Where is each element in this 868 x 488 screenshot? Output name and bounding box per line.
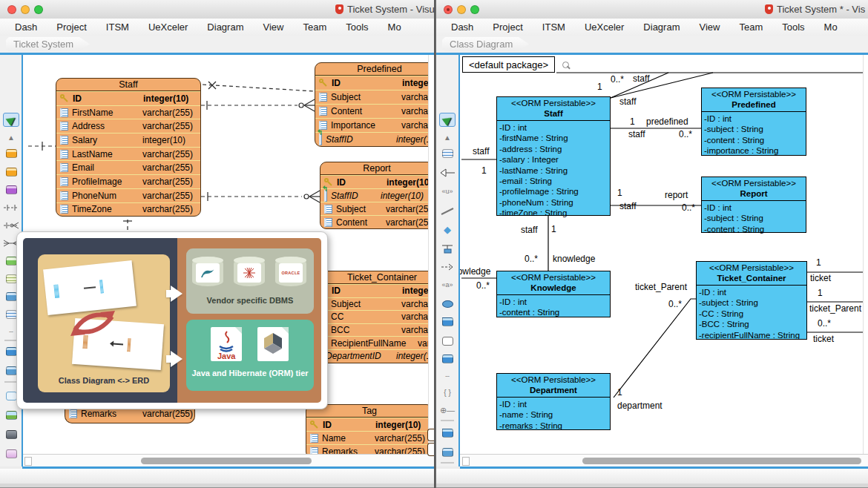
table-row[interactable]: ↰StaffIDinteger(10) — [315, 132, 428, 146]
table-row[interactable]: Namevarchar(255) — [306, 431, 428, 444]
menu-modeling[interactable]: Mo — [824, 22, 838, 33]
table-row[interactable]: RecipientFullNamevarchar(255) — [315, 336, 428, 349]
class-predefined[interactable]: <<ORM Persistable>> Predefined -ID : int… — [701, 88, 806, 156]
scrollbar-thumb[interactable] — [582, 458, 861, 464]
scrollbar-thumb[interactable] — [141, 458, 312, 464]
horizontal-scrollbar[interactable] — [460, 454, 868, 466]
minimize-button[interactable] — [21, 5, 30, 14]
menu-uexceler[interactable]: UeXceler — [148, 22, 188, 33]
breadcrumb[interactable]: Ticket System — [6, 37, 90, 51]
one-to-one-relationship-icon[interactable] — [3, 200, 19, 214]
package-icon[interactable] — [439, 314, 456, 329]
usage-icon[interactable]: «u» — [439, 185, 456, 199]
anchor-icon[interactable]: «a» — [439, 278, 456, 292]
menu-team[interactable]: Team — [739, 22, 763, 33]
image-icon[interactable] — [3, 408, 19, 422]
menu-view[interactable]: View — [699, 22, 720, 33]
menu-dash[interactable]: Dash — [451, 22, 473, 33]
class-department[interactable]: <<ORM Persistable>> Department -ID : int… — [496, 373, 611, 430]
breadcrumb[interactable]: Class Diagram — [442, 37, 529, 51]
menu-dash[interactable]: Dash — [15, 22, 37, 33]
table-row[interactable]: Salaryinteger(10) — [56, 133, 200, 147]
pointer-tool-icon[interactable] — [439, 113, 456, 127]
menu-modeling[interactable]: Mo — [388, 22, 401, 33]
erd-table-staff[interactable]: Staff IDinteger(10) FirstNamevarchar(255… — [56, 78, 201, 217]
titlebar[interactable]: Ticket System - Visu — [0, 0, 435, 19]
magnifier-icon[interactable] — [562, 62, 569, 68]
note-icon[interactable] — [439, 352, 456, 366]
view-icon[interactable] — [3, 182, 19, 197]
aggregation-icon[interactable]: ◆ — [439, 222, 456, 237]
class-icon[interactable] — [439, 146, 456, 160]
table-row[interactable]: IDinteger(10) — [306, 418, 428, 431]
horizontal-scrollbar[interactable] — [22, 454, 435, 466]
erd-table-predefined[interactable]: Predefined IDinteger(10) Subjectvarchar(… — [315, 62, 428, 147]
entity-icon[interactable] — [3, 146, 19, 160]
menu-diagram[interactable]: Diagram — [207, 22, 243, 33]
entity-view-icon[interactable] — [3, 165, 19, 179]
screenshot-icon[interactable] — [3, 427, 19, 441]
table-row[interactable]: BCCvarchar(255) — [315, 323, 428, 337]
table-row[interactable]: IDinteger(10) — [315, 76, 428, 90]
table-row[interactable]: IDinteger(10) — [320, 175, 428, 188]
class-knowledge[interactable]: <<ORM Persistable>> Knowledge -ID : int … — [496, 271, 611, 317]
component-icon[interactable] — [439, 334, 456, 348]
menu-tools[interactable]: Tools — [346, 22, 368, 33]
menu-itsm[interactable]: ITSM — [542, 22, 565, 33]
table-row[interactable]: Subjectvarchar(255) — [315, 90, 428, 104]
table-row[interactable]: FirstNamevarchar(255) — [56, 105, 200, 119]
table-row[interactable]: Subjectvarchar(255) — [320, 202, 428, 215]
table-row[interactable]: Importancevarchar(255) — [315, 118, 428, 132]
default-package-tab[interactable]: <default package> — [462, 56, 555, 73]
model-icon[interactable] — [439, 426, 456, 440]
menu-uexceler[interactable]: UeXceler — [585, 22, 624, 33]
dashed-line-icon[interactable]: ┄ — [439, 369, 456, 383]
association-icon[interactable] — [439, 204, 456, 218]
generalization-icon[interactable] — [439, 165, 456, 179]
pointer-tool-icon[interactable] — [3, 113, 19, 127]
class-report[interactable]: <<ORM Persistable>> Report -ID : int -su… — [701, 177, 806, 233]
constraint-brace-icon[interactable]: { } — [439, 386, 456, 400]
titlebar[interactable]: Ticket System * - Vis — [436, 0, 868, 19]
collaboration-icon[interactable] — [439, 297, 456, 311]
containment-icon[interactable] — [439, 241, 456, 255]
table-row[interactable]: PhoneNumvarchar(255) — [56, 188, 200, 202]
callout-icon[interactable] — [3, 446, 19, 461]
class-staff[interactable]: <<ORM Persistable>> Staff -ID : int -fir… — [496, 96, 611, 216]
vertical-scrollbar[interactable] — [863, 55, 868, 454]
menu-tools[interactable]: Tools — [782, 22, 804, 33]
table-row[interactable]: IDinteger(10) — [56, 91, 200, 105]
scroll-up-icon[interactable]: ▲ — [3, 131, 19, 145]
table-row[interactable]: Subjectvarchar(255) — [315, 297, 428, 311]
menu-project[interactable]: Project — [493, 22, 522, 33]
provided-interface-icon[interactable]: ⊕— — [439, 403, 456, 418]
class-ticket-container[interactable]: <<ORM Persistable>> Ticket_Container -ID… — [696, 261, 807, 340]
menu-itsm[interactable]: ITSM — [106, 22, 129, 33]
zoom-button[interactable] — [34, 5, 43, 14]
table-row[interactable]: ↰StaffIDinteger(10) — [320, 188, 428, 202]
table-row[interactable]: ProfileImagevarchar(255) — [56, 174, 200, 188]
dependency-icon[interactable] — [439, 260, 456, 274]
table-row[interactable]: Addressvarchar(255) — [56, 119, 200, 133]
menu-diagram[interactable]: Diagram — [643, 22, 680, 33]
table-row[interactable]: IDinteger(10) — [315, 284, 428, 297]
erd-table-ticket-container[interactable]: Ticket_Container IDinteger(10) Subjectva… — [315, 271, 428, 363]
table-row[interactable]: Contentvarchar(255) — [320, 215, 428, 228]
table-row[interactable]: Contentvarchar(255) — [315, 104, 428, 118]
diagram-overview-icon[interactable] — [439, 445, 456, 459]
erd-table-tag[interactable]: Tag IDinteger(10) Namevarchar(255) Remar… — [306, 404, 428, 454]
table-row[interactable]: CCvarchar(255) — [315, 310, 428, 323]
erd-table-report[interactable]: Report IDinteger(10) ↰StaffIDinteger(10)… — [320, 162, 428, 229]
class-diagram-canvas[interactable]: <default package> <<ORM Persistable>> S — [460, 55, 863, 454]
menu-view[interactable]: View — [263, 22, 283, 33]
menu-team[interactable]: Team — [303, 22, 326, 33]
one-to-many-relationship-icon[interactable] — [3, 218, 19, 232]
menu-project[interactable]: Project — [56, 22, 86, 33]
zoom-button[interactable] — [470, 5, 479, 14]
table-row[interactable]: Emailvarchar(255) — [56, 160, 200, 174]
close-button[interactable] — [7, 5, 16, 14]
minimize-button[interactable] — [457, 5, 466, 14]
table-row[interactable]: Remarksvarchar(255) — [306, 444, 428, 454]
table-row[interactable]: TimeZonevarchar(255) — [56, 202, 200, 217]
table-row[interactable]: LastNamevarchar(255) — [56, 147, 200, 161]
